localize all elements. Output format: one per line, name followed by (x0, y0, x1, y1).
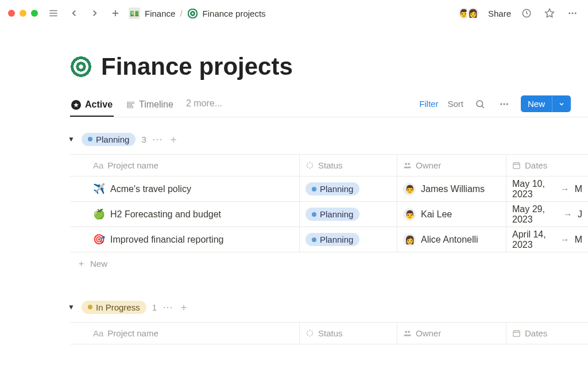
cell-dates[interactable]: May 29, 2023 → J (506, 202, 588, 227)
col-dates[interactable]: Dates (506, 323, 588, 344)
table-row[interactable]: ✈️ Acme's travel policy Planning 👨 James… (70, 177, 588, 202)
col-label: Status (318, 160, 343, 170)
maximize-window[interactable] (31, 10, 38, 17)
col-owner[interactable]: Owner (397, 155, 506, 177)
page-icon[interactable] (70, 56, 92, 78)
new-button-label[interactable]: New (521, 95, 552, 112)
group-more-icon[interactable]: ⋯ (152, 133, 163, 145)
new-button[interactable]: New (521, 95, 571, 112)
col-project-name[interactable]: Aa Project name (70, 323, 300, 344)
new-page-icon[interactable] (108, 6, 123, 21)
favorite-icon[interactable] (542, 6, 557, 21)
svg-point-24 (307, 165, 308, 166)
avatar: 👩 (466, 6, 480, 20)
breadcrumb-separator: / (180, 9, 182, 18)
group-add-icon[interactable]: ＋ (179, 300, 189, 314)
breadcrumb-parent[interactable]: Finance (145, 9, 175, 18)
filter-button[interactable]: Filter (419, 99, 438, 109)
tab-timeline[interactable]: Timeline (125, 96, 175, 117)
arrow-right-icon: → (560, 184, 570, 194)
table: Aa Project name Status Owner (70, 322, 588, 344)
col-status[interactable]: Status (300, 155, 397, 177)
updates-icon[interactable] (519, 6, 534, 21)
page-title[interactable]: Finance projects (101, 53, 293, 80)
people-icon (403, 329, 412, 338)
group-add-icon[interactable]: ＋ (168, 132, 179, 146)
group-pill[interactable]: In Progress (82, 301, 146, 314)
svg-line-14 (482, 106, 483, 108)
cell-owner[interactable]: 👨 James Williams (397, 177, 506, 202)
svg-rect-28 (513, 163, 520, 168)
tab-active[interactable]: ★ Active (70, 96, 114, 117)
add-row-button[interactable]: ＋ New (70, 252, 588, 275)
date-start: April 14, 2023 (512, 229, 555, 250)
svg-point-39 (307, 331, 308, 332)
more-menu-icon[interactable] (565, 6, 580, 21)
date-end: M (575, 235, 582, 245)
share-button[interactable]: Share (488, 9, 511, 18)
col-project-name[interactable]: Aa Project name (70, 155, 300, 177)
sidebar-toggle-icon[interactable] (46, 6, 61, 21)
status-pill: Planning (305, 182, 359, 195)
svg-point-19 (311, 163, 312, 164)
close-window[interactable] (8, 10, 15, 17)
date-end: J (578, 209, 582, 220)
avatar: 👨 (403, 208, 416, 221)
svg-point-7 (568, 13, 570, 14)
svg-point-40 (405, 331, 407, 333)
col-label: Dates (525, 328, 547, 338)
plus-icon: ＋ (77, 258, 86, 269)
svg-point-22 (310, 168, 311, 169)
cell-name[interactable]: ✈️ Acme's travel policy (70, 177, 300, 202)
sort-button[interactable]: Sort (447, 99, 463, 109)
svg-point-34 (312, 333, 314, 334)
svg-point-26 (405, 163, 407, 165)
cell-name[interactable]: 🎯 Improved financial reporting (70, 227, 300, 252)
text-icon: Aa (93, 160, 103, 170)
svg-point-36 (310, 336, 311, 337)
table-row[interactable]: 🎯 Improved financial reporting Planning … (70, 227, 588, 252)
col-owner[interactable]: Owner (397, 323, 506, 344)
group-more-icon[interactable]: ⋯ (163, 301, 173, 313)
table-row[interactable]: 🍏 H2 Forecasting and budget Planning 👨 K… (70, 202, 588, 227)
breadcrumb-current[interactable]: Finance projects (203, 9, 266, 18)
col-label: Dates (525, 160, 547, 170)
col-status[interactable]: Status (300, 323, 397, 344)
col-dates[interactable]: Dates (506, 155, 588, 177)
disclosure-toggle-icon[interactable]: ▼ (67, 303, 76, 311)
svg-point-38 (307, 333, 308, 334)
table: Aa Project name Status Owner (70, 154, 588, 275)
cell-status[interactable]: Planning (300, 177, 397, 202)
status-label: Planning (320, 184, 353, 194)
disclosure-toggle-icon[interactable]: ▼ (67, 135, 76, 143)
nav-back-icon[interactable] (67, 6, 82, 21)
tab-more[interactable]: 2 more... (186, 98, 222, 114)
cell-status[interactable]: Planning (300, 227, 397, 252)
cell-owner[interactable]: 👨 Kai Lee (397, 202, 506, 227)
svg-marker-6 (546, 9, 554, 17)
cell-dates[interactable]: May 10, 2023 → M (506, 177, 588, 202)
tab-label: Active (85, 99, 113, 110)
collaborators[interactable]: 👨 👩 (457, 6, 480, 20)
minimize-window[interactable] (20, 10, 26, 17)
timeline-icon (126, 101, 135, 109)
cell-name[interactable]: 🍏 H2 Forecasting and budget (70, 202, 300, 227)
date-start: May 29, 2023 (512, 204, 558, 225)
status-pill: Planning (305, 208, 359, 221)
svg-point-25 (307, 163, 308, 164)
svg-point-13 (477, 101, 483, 107)
page-body: Finance projects ★ Active Timeline 2 mor… (0, 53, 588, 344)
group-pill[interactable]: Planning (82, 133, 136, 146)
date-end: M (575, 184, 582, 194)
view-more-icon[interactable] (497, 97, 512, 112)
group-header: ▼ Planning 3 ⋯ ＋ (67, 132, 588, 146)
cell-status[interactable]: Planning (300, 202, 397, 227)
table-header-row: Aa Project name Status Owner (70, 323, 588, 344)
svg-point-8 (572, 13, 574, 14)
new-button-dropdown[interactable] (552, 95, 571, 112)
search-icon[interactable] (473, 97, 488, 112)
row-icon: ✈️ (93, 183, 105, 195)
cell-dates[interactable]: April 14, 2023 → M (506, 227, 588, 252)
nav-forward-icon[interactable] (87, 6, 102, 21)
cell-owner[interactable]: 👩 Alice Antonelli (397, 227, 506, 252)
